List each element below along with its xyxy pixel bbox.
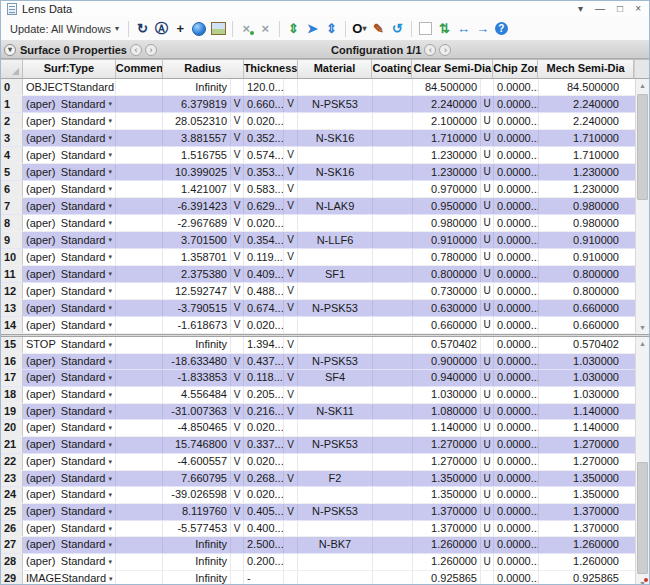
col-header-coating[interactable]: Coating: [372, 60, 412, 78]
maximize-button[interactable]: □: [617, 2, 623, 16]
cell-coating[interactable]: [373, 266, 413, 282]
cell-comment[interactable]: [116, 266, 163, 282]
cell-thickness-solve[interactable]: [284, 521, 298, 537]
cell-thickness-solve[interactable]: [284, 537, 298, 553]
cell-radius[interactable]: 8.119760: [163, 504, 231, 520]
cell-coating[interactable]: [373, 437, 413, 453]
cell-thickness[interactable]: 0.660...: [244, 96, 284, 112]
cell-thickness[interactable]: 2.500...: [244, 537, 284, 553]
cell-thickness-solve[interactable]: [284, 454, 298, 470]
cell-clear-semi-dia[interactable]: 2.100000: [413, 113, 481, 129]
cell-mech-semi-dia[interactable]: 1.370000: [539, 504, 635, 520]
cell-radius[interactable]: 3.701500: [163, 232, 231, 248]
cell-mech-semi-dia[interactable]: 0.925865: [539, 571, 635, 585]
cell-surf-type[interactable]: (aper)Standard▾: [23, 249, 116, 265]
cell-thickness-solve[interactable]: V: [284, 300, 298, 316]
cell-mech-semi-dia[interactable]: 2.240000: [539, 96, 635, 112]
cell-thickness[interactable]: 0.200...: [244, 554, 284, 570]
cell-coating[interactable]: [373, 147, 413, 163]
cell-comment[interactable]: [116, 96, 163, 112]
surface-type-dropdown[interactable]: Standard▾: [61, 215, 112, 231]
cell-material[interactable]: N-PSK53: [298, 96, 373, 112]
surface-type-dropdown[interactable]: Standard▾: [61, 96, 112, 112]
refresh-icon[interactable]: ⇅: [436, 20, 453, 37]
cell-clear-semi-dia[interactable]: 0.660000: [413, 317, 481, 333]
cell-thickness[interactable]: 1.394...: [244, 337, 284, 353]
surface-type-dropdown[interactable]: Standard▾: [61, 521, 112, 537]
surface-type-dropdown[interactable]: Standard▾: [61, 370, 112, 386]
cell-chip-zone[interactable]: 0.0000...: [494, 164, 539, 180]
cell-radius-solve[interactable]: V: [231, 283, 244, 299]
cell-chip-zone[interactable]: 0.0000...: [494, 454, 539, 470]
cell-chip-zone[interactable]: 0.0000...: [494, 337, 539, 353]
col-header-mech-semi-dia[interactable]: Mech Semi-Dia: [538, 60, 634, 78]
cell-clear-semi-dia[interactable]: 1.350000: [413, 487, 481, 503]
cell-comment[interactable]: [116, 181, 163, 197]
cell-mech-semi-dia[interactable]: 84.500000: [539, 79, 635, 95]
cell-material[interactable]: [298, 420, 373, 436]
cell-surf-type[interactable]: (aper)Standard▾: [23, 487, 116, 503]
cell-comment[interactable]: [116, 354, 163, 370]
cell-clear-semi-dia-solve[interactable]: U: [481, 130, 494, 146]
close-button[interactable]: ×: [635, 2, 641, 16]
cell-radius-solve[interactable]: [231, 337, 244, 353]
cell-radius[interactable]: 15.746800: [163, 437, 231, 453]
cell-surf-type[interactable]: (aper)Standard▾: [23, 404, 116, 420]
cell-thickness-solve[interactable]: V: [284, 249, 298, 265]
cell-material[interactable]: N-PSK53: [298, 354, 373, 370]
scrollbar-track[interactable]: [636, 350, 649, 577]
cell-surf-type[interactable]: STOPStandard▾: [23, 337, 116, 353]
col-header-radius[interactable]: Radius: [163, 60, 244, 78]
cell-comment[interactable]: [116, 147, 163, 163]
cell-clear-semi-dia-solve[interactable]: U: [481, 370, 494, 386]
cell-surf-type[interactable]: (aper)Standard▾: [23, 266, 116, 282]
cell-surf-type[interactable]: IMAGEStandard▾: [23, 571, 116, 585]
cell-clear-semi-dia-solve[interactable]: U: [481, 147, 494, 163]
col-header-clear-semi-dia[interactable]: Clear Semi-Dia: [412, 60, 493, 78]
cell-clear-semi-dia-solve[interactable]: U: [481, 404, 494, 420]
cell-coating[interactable]: [373, 337, 413, 353]
cell-mech-semi-dia[interactable]: 1.030000: [539, 387, 635, 403]
surface-type-dropdown[interactable]: Standard▾: [61, 404, 112, 420]
cell-chip-zone[interactable]: 0.0000...: [494, 420, 539, 436]
cell-material[interactable]: [298, 215, 373, 231]
cell-chip-zone[interactable]: 0.0000...: [494, 113, 539, 129]
surface-type-dropdown[interactable]: Standard▾: [61, 337, 112, 353]
window-menu-icon[interactable]: ▾: [578, 2, 583, 16]
update-icon[interactable]: ↻: [134, 20, 151, 37]
cell-chip-zone[interactable]: 0.0000...: [494, 130, 539, 146]
surface-type-dropdown[interactable]: Standard▾: [61, 317, 112, 333]
cell-surf-type[interactable]: (aper)Standard▾: [23, 215, 116, 231]
delete-surface-icon[interactable]: ⇕: [323, 20, 340, 37]
cell-thickness-solve[interactable]: V: [284, 266, 298, 282]
aperture-dropdown-icon[interactable]: O▾: [351, 20, 368, 37]
scrollbar-thumb[interactable]: [637, 462, 648, 574]
cell-mech-semi-dia[interactable]: 1.350000: [539, 471, 635, 487]
cell-material[interactable]: [298, 249, 373, 265]
cell-radius[interactable]: -1.618673: [163, 317, 231, 333]
cell-comment[interactable]: [116, 300, 163, 316]
cell-thickness[interactable]: 0.020...: [244, 317, 284, 333]
cell-surf-type[interactable]: (aper)Standard▾: [23, 370, 116, 386]
surface-type-dropdown[interactable]: Standard▾: [61, 354, 112, 370]
cell-thickness-solve[interactable]: [284, 554, 298, 570]
cell-coating[interactable]: [373, 300, 413, 316]
cell-radius-solve[interactable]: V: [231, 113, 244, 129]
cell-row-number[interactable]: 28: [1, 554, 23, 570]
update-all-icon[interactable]: Ⓐ: [153, 20, 170, 37]
cell-clear-semi-dia-solve[interactable]: U: [481, 113, 494, 129]
cell-comment[interactable]: [116, 537, 163, 553]
cell-chip-zone[interactable]: 0.0000...: [494, 215, 539, 231]
cell-row-number[interactable]: 14: [1, 317, 23, 333]
cell-coating[interactable]: [373, 164, 413, 180]
cell-material[interactable]: N-PSK53: [298, 504, 373, 520]
cell-radius[interactable]: -31.007363: [163, 404, 231, 420]
cell-mech-semi-dia[interactable]: 0.660000: [539, 300, 635, 316]
cell-clear-semi-dia-solve[interactable]: U: [481, 96, 494, 112]
cell-material[interactable]: [298, 337, 373, 353]
cell-radius[interactable]: 28.052310: [163, 113, 231, 129]
cell-clear-semi-dia[interactable]: 0.730000: [413, 283, 481, 299]
cell-material[interactable]: [298, 454, 373, 470]
cell-row-number[interactable]: 27: [1, 537, 23, 553]
cell-mech-semi-dia[interactable]: 1.030000: [539, 370, 635, 386]
